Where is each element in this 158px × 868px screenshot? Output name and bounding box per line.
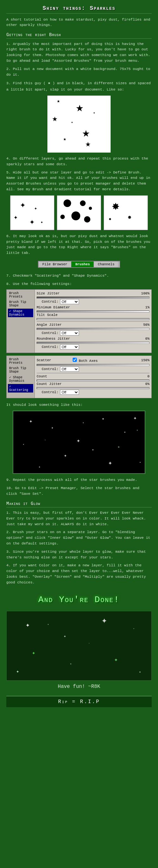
demo-star-8: ★ (85, 140, 91, 149)
fun-text: Have fun! ~R8K (6, 684, 152, 689)
ps-label-count-jitter: Count Jitter (37, 382, 71, 386)
tab-file-browser[interactable]: File Browser (39, 261, 71, 267)
intro-text: A short tutorial on how to make stardust… (6, 17, 152, 28)
toolbar-container: File Browser Brushes Channels (6, 258, 152, 270)
sparkle-6: ✦ (23, 443, 24, 446)
bp-star-3: ✦ (102, 614, 107, 626)
ps-item-scattering[interactable]: ✓ Scattering (8, 384, 33, 393)
ps-label-scatter: Scatter (37, 358, 71, 362)
ps-track-size-jitter[interactable] (37, 297, 150, 299)
bp-dot-2 (89, 643, 89, 644)
dot-2 (80, 200, 86, 206)
big-heading-container: And You're Done! (6, 595, 152, 604)
ps-item-tip-1[interactable]: Brush Tip Shape (8, 300, 33, 308)
glow-paragraph-3: 3. Since you're setting your whole layer… (6, 549, 152, 560)
ps-track-tilt[interactable] (37, 318, 150, 320)
bp-star-6: ✦ (114, 656, 118, 663)
ps-sidebar-right-2: Scatter Both Axes 150% Control: Off Coun… (35, 355, 152, 398)
ps-slider-scatter (37, 364, 150, 366)
ps-select-control-1[interactable]: Off (60, 299, 79, 304)
sparkle-cross-main: ✸ (112, 200, 119, 213)
ps-row-control-s1: Control: Off (37, 367, 150, 372)
ps-slider-count-jitter (37, 387, 150, 389)
demo-star-4: ★ (71, 121, 73, 124)
ps-label-min-diam: Minimum Diameter (37, 306, 71, 309)
ps-select-control-s1[interactable]: Off (60, 367, 79, 372)
sparkle-1: ✦ (29, 417, 33, 425)
ps-select-control-3[interactable]: Off (60, 344, 79, 349)
ps-label-size-jitter: Size Jitter (37, 291, 71, 296)
dot-1 (64, 199, 71, 207)
brush-paragraph-5: 5. Hide all but one star layer and go to… (6, 170, 152, 192)
ps-item-presets-2[interactable]: Brush Presets (8, 357, 33, 365)
ps-track-angle-jitter[interactable] (37, 328, 150, 330)
dot-5 (84, 216, 90, 222)
ps-track-min-diam[interactable] (37, 311, 150, 312)
ps-track-count-jitter[interactable] (37, 387, 150, 389)
ps-label-tilt: Tilt Scale (37, 313, 71, 317)
panel-star-med: ✦ (13, 213, 18, 222)
section-brush-heading: Getting the right Brush (6, 32, 152, 39)
ps-val-min-diam: 1% (137, 306, 150, 309)
ps-select-control-s2[interactable]: Off (60, 390, 79, 395)
repeat-step-10: 10. Go to Edit -> Preset Manager, Select… (6, 485, 152, 497)
page-container: Shiny things: Sparkles A short tutorial … (0, 0, 158, 712)
brush-paragraph-3: 3. Find this guy ( ★ ) and in black, in … (6, 80, 152, 92)
spark-dot-3 (92, 449, 93, 451)
ps-track-scatter[interactable] (37, 364, 150, 366)
dot-4 (61, 215, 65, 219)
ps-val-scatter: 150% (137, 358, 150, 362)
repeat-step-9: 9. Repeat the process with all of the st… (6, 477, 152, 483)
brush-paragraph-8: 8. Use the following settings: (6, 281, 152, 287)
ps-label-roundness-jitter: Roundness Jitter (37, 337, 71, 341)
ps-label-control-2: Control: (37, 331, 59, 335)
demo-star-6: ★ (63, 137, 66, 142)
ps-sidebar-right-1: Size Jitter 100% Control: Off Minimum Di… (35, 289, 152, 353)
demo-star-3: ★ (52, 115, 57, 123)
ps-val-angle-jitter: 50% (137, 323, 150, 327)
ps-item-presets-1[interactable]: Brush Presets (8, 291, 33, 299)
ps-slider-size-jitter (37, 297, 150, 299)
ps-row-count: Count 0 (37, 374, 150, 378)
ps-select-control-2[interactable]: Off (60, 331, 79, 336)
ps-item-shape-2[interactable]: ✓ Shape Dynamics (8, 375, 33, 383)
preview-box: ✦ ✦ ✦ ✦ ✦ ✦ ✦ ✦ ✦ ✦ ★ ★ (13, 410, 145, 474)
ps-toolbar[interactable]: File Browser Brushes Channels (38, 261, 120, 268)
brush-panel-sparkle: ✸ ✸ ✸ (104, 195, 148, 230)
ps-label-both-axes: Both Axes (73, 358, 97, 363)
section-glow-heading: Making it Glow (6, 501, 152, 507)
dot-3 (71, 212, 80, 220)
ps-track-count[interactable] (37, 379, 150, 381)
brush-settings-panel-1: Brush Presets Brush Tip Shape ✓ Shape Dy… (6, 289, 152, 353)
ps-val-count: 0 (137, 374, 150, 378)
panel-star-sm: ✦ (34, 205, 37, 212)
ps-label-angle-jitter: Angle Jitter (37, 323, 71, 327)
brush-paragraph-1: 1. Arguably the most important part of d… (6, 41, 152, 64)
ps-sidebar-left-2: Brush Presets Brush Tip Shape ✓ Shape Dy… (6, 355, 35, 398)
panel-star-lg2: ✦ (29, 216, 35, 227)
sparkle-3: ✦ (76, 437, 80, 444)
tab-channels[interactable]: Channels (94, 261, 118, 267)
bottom-preview: ✦ ✦ ✦ ✦ ✦ ✦ ✦ ✦ (6, 611, 152, 681)
spark-dot-2 (45, 440, 45, 440)
brush-panel-dots (57, 195, 101, 230)
tab-brushes[interactable]: Brushes (71, 261, 94, 267)
ps-label-control-s1: Control: (37, 367, 59, 371)
bp-star-2: ✦ (64, 633, 66, 639)
spark-dot-1 (83, 422, 84, 423)
demo-star-1: ★ (76, 102, 83, 115)
brush-panel-dots-inner (57, 196, 101, 230)
ps-row-size-jitter: Size Jitter 100% (37, 291, 150, 296)
ps-row-min-diam: Minimum Diameter 1% (37, 306, 150, 309)
ps-checkbox-both-axes[interactable] (73, 358, 77, 362)
sparkle-cross-sm: ✸ (128, 213, 131, 221)
sparkle-7: ✦ (64, 452, 67, 459)
ps-track-roundness-jitter[interactable] (37, 342, 150, 344)
ps-val-roundness-jitter: 0% (137, 337, 150, 341)
ps-slider-count (37, 379, 150, 381)
ps-row-control-2: Control: Off (37, 331, 150, 336)
ps-item-tip-2[interactable]: Brush Tip Shape (8, 366, 33, 374)
ps-row-count-jitter: Count Jitter 0% (37, 382, 150, 386)
bp-star-4: ✦ (32, 649, 35, 656)
ps-item-shape-dynamics[interactable]: ✓ Shape Dynamics (8, 309, 33, 317)
